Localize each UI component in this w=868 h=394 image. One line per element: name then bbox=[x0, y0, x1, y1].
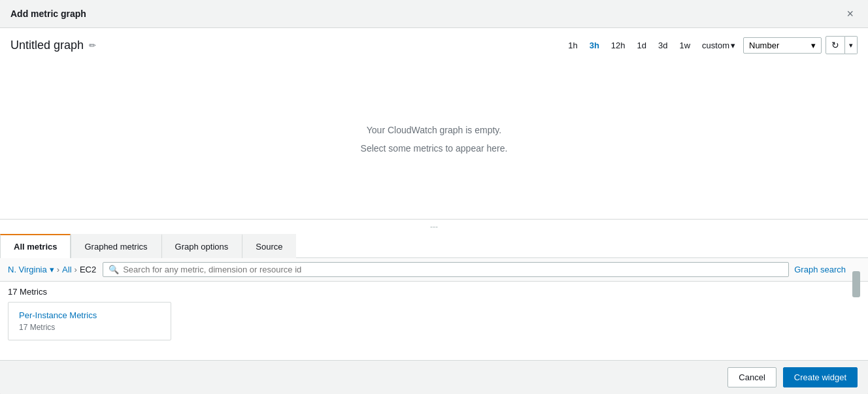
close-button[interactable]: × bbox=[843, 7, 858, 21]
time-1d-button[interactable]: 1d bbox=[633, 38, 650, 53]
graph-empty-line2: Select some metrics to appear here. bbox=[361, 139, 508, 157]
time-controls: 1h 3h 12h 1d 3d 1w custom ▾ Number ▾ ↻ ▾ bbox=[564, 36, 858, 54]
filter-row: N. Virginia ▾ › All › EC2 🔍 Graph search bbox=[8, 262, 860, 277]
modal-body: Untitled graph ✏ 1h 3h 12h 1d 3d 1w cust… bbox=[0, 28, 868, 360]
graph-empty-line1: Your CloudWatch graph is empty. bbox=[367, 121, 501, 139]
search-box: 🔍 bbox=[103, 262, 789, 277]
tab-source[interactable]: Source bbox=[242, 234, 296, 258]
graph-separator: --- bbox=[0, 220, 868, 234]
breadcrumb-sep2: › bbox=[75, 265, 77, 274]
search-input[interactable] bbox=[123, 265, 783, 274]
modal-title: Add metric graph bbox=[10, 8, 86, 19]
graph-toolbar: Untitled graph ✏ 1h 3h 12h 1d 3d 1w cust… bbox=[0, 28, 868, 59]
metric-card-title: Per-Instance Metrics bbox=[19, 310, 160, 320]
time-1w-button[interactable]: 1w bbox=[675, 38, 694, 53]
scrollbar-thumb bbox=[852, 271, 860, 297]
time-12h-button[interactable]: 12h bbox=[607, 38, 629, 53]
tab-all-metrics[interactable]: All metrics bbox=[0, 234, 71, 258]
edit-icon[interactable]: ✏ bbox=[89, 41, 96, 50]
refresh-controls: ↻ ▾ bbox=[826, 36, 858, 54]
metrics-count: 17 Metrics bbox=[8, 287, 860, 297]
graph-title: Untitled graph bbox=[10, 39, 84, 52]
time-1h-button[interactable]: 1h bbox=[564, 38, 581, 53]
number-dropdown-chevron-icon: ▾ bbox=[811, 41, 816, 50]
time-custom-button[interactable]: custom ▾ bbox=[698, 38, 739, 53]
breadcrumb-separator: › bbox=[57, 265, 59, 274]
metric-card-sub: 17 Metrics bbox=[19, 323, 160, 332]
region-label: N. Virginia bbox=[8, 265, 47, 274]
graph-search-button[interactable]: Graph search bbox=[789, 262, 851, 277]
tab-graphed-metrics[interactable]: Graphed metrics bbox=[71, 234, 161, 258]
breadcrumb-all[interactable]: All bbox=[62, 265, 71, 274]
modal-header: Add metric graph × bbox=[0, 0, 868, 28]
time-3d-button[interactable]: 3d bbox=[654, 38, 671, 53]
refresh-dropdown-button[interactable]: ▾ bbox=[845, 36, 858, 54]
metric-card[interactable]: Per-Instance Metrics 17 Metrics bbox=[8, 302, 171, 340]
metrics-panel: N. Virginia ▾ › All › EC2 🔍 Graph search bbox=[0, 258, 868, 360]
search-icon: 🔍 bbox=[108, 265, 119, 274]
number-dropdown[interactable]: Number ▾ bbox=[743, 37, 822, 54]
metrics-filter-bar: N. Virginia ▾ › All › EC2 🔍 Graph search bbox=[0, 258, 868, 282]
graph-section: Untitled graph ✏ 1h 3h 12h 1d 3d 1w cust… bbox=[0, 28, 868, 234]
tab-graph-options[interactable]: Graph options bbox=[161, 234, 242, 258]
refresh-button[interactable]: ↻ bbox=[826, 36, 845, 54]
create-widget-button[interactable]: Create widget bbox=[783, 367, 858, 387]
tabs-section: All metrics Graphed metrics Graph option… bbox=[0, 234, 868, 360]
region-chevron-icon: ▾ bbox=[50, 265, 54, 274]
metrics-list: 17 Metrics Per-Instance Metrics 17 Metri… bbox=[0, 282, 868, 360]
modal: Add metric graph × Untitled graph ✏ 1h 3… bbox=[0, 0, 868, 394]
tabs-bar: All metrics Graphed metrics Graph option… bbox=[0, 234, 868, 258]
custom-chevron-icon: ▾ bbox=[731, 41, 735, 50]
time-3h-button[interactable]: 3h bbox=[586, 38, 603, 53]
graph-title-area: Untitled graph ✏ bbox=[10, 39, 96, 52]
number-dropdown-label: Number bbox=[749, 41, 779, 50]
modal-footer: Cancel Create widget bbox=[0, 360, 868, 394]
cancel-button[interactable]: Cancel bbox=[727, 367, 776, 387]
breadcrumb-ec2: EC2 bbox=[80, 265, 96, 274]
graph-empty-area: Your CloudWatch graph is empty. Select s… bbox=[0, 59, 868, 220]
region-button[interactable]: N. Virginia ▾ bbox=[8, 265, 54, 274]
